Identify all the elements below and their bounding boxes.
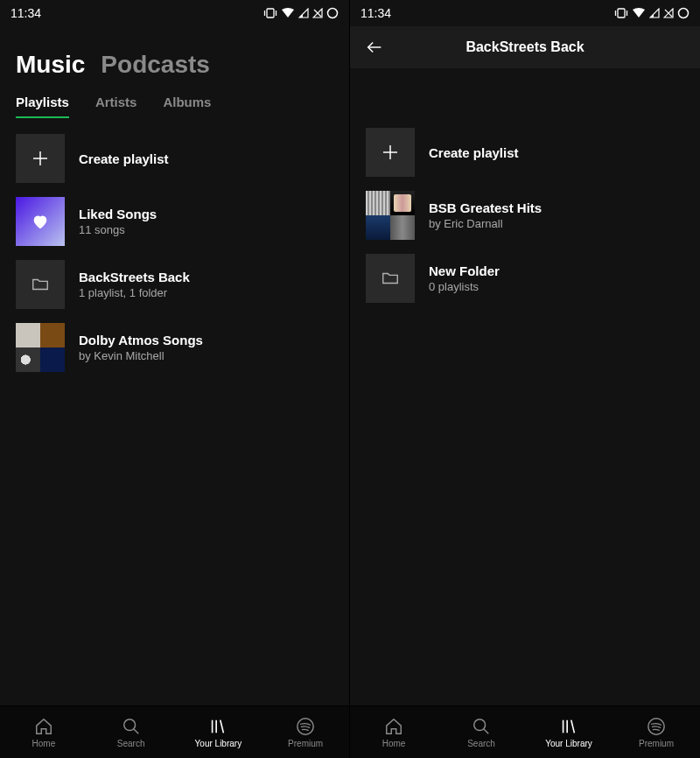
row-sub: by Kevin Mitchell	[79, 349, 203, 362]
home-icon	[34, 717, 53, 736]
row-playlist-bsb[interactable]: BSB Greatest Hits by Eric Darnall	[350, 184, 700, 247]
row-title: Create playlist	[429, 145, 519, 160]
nav-home[interactable]: Home	[0, 706, 88, 758]
row-title: Liked Songs	[79, 207, 157, 221]
row-text: Liked Songs 11 songs	[79, 207, 157, 236]
folder-icon	[366, 254, 415, 303]
nav-label: Premium	[288, 739, 323, 748]
circle-icon	[326, 7, 339, 19]
svg-point-21	[474, 719, 486, 730]
row-text: Create playlist	[429, 145, 519, 160]
signal-1-icon	[298, 8, 309, 18]
row-text: BSB Greatest Hits by Eric Darnall	[429, 200, 542, 230]
playlist-cover	[16, 323, 65, 372]
row-liked-songs[interactable]: Liked Songs 11 songs	[0, 190, 349, 253]
nav-premium[interactable]: Premium	[612, 706, 700, 758]
nav-label: Home	[32, 739, 56, 748]
back-button[interactable]	[362, 35, 387, 60]
nav-premium[interactable]: Premium	[262, 706, 349, 758]
nav-search[interactable]: Search	[438, 706, 525, 758]
nav-label: Your Library	[545, 739, 592, 748]
nav-label: Search	[117, 739, 145, 748]
search-icon	[472, 717, 491, 736]
spotify-icon	[296, 717, 315, 736]
top-tabs: Music Podcasts	[0, 26, 349, 95]
screen-library: 11:34 Music Podcasts Playlists Artists A…	[0, 0, 350, 758]
svg-point-17	[679, 9, 689, 18]
subtab-playlists[interactable]: Playlists	[16, 95, 69, 118]
wifi-icon	[632, 8, 646, 18]
svg-line-11	[220, 719, 224, 733]
nav-library[interactable]: Your Library	[175, 706, 262, 758]
svg-rect-13	[618, 9, 625, 18]
row-text: Dolby Atmos Songs by Kevin Mitchell	[79, 333, 203, 362]
folder-title: BackStreets Back	[350, 39, 700, 55]
folder-icon	[16, 260, 65, 309]
status-time: 11:34	[10, 6, 41, 20]
subtab-albums[interactable]: Albums	[163, 95, 211, 118]
nav-home[interactable]: Home	[350, 706, 438, 758]
row-sub: by Eric Darnall	[429, 217, 542, 230]
library-icon	[559, 717, 578, 736]
row-sub: 0 playlists	[429, 280, 500, 293]
row-playlist-dolby[interactable]: Dolby Atmos Songs by Kevin Mitchell	[0, 316, 349, 379]
arrow-left-icon	[365, 38, 384, 57]
row-title: New Folder	[429, 263, 500, 278]
sub-tabs: Playlists Artists Albums	[0, 95, 349, 127]
status-icons	[614, 7, 690, 19]
heart-icon	[16, 197, 65, 246]
plus-icon	[366, 128, 415, 177]
search-icon	[122, 717, 141, 736]
svg-line-25	[571, 719, 575, 733]
nav-label: Your Library	[195, 739, 242, 748]
svg-rect-0	[267, 9, 274, 18]
row-title: Dolby Atmos Songs	[79, 333, 203, 347]
status-icons	[263, 7, 339, 19]
row-title: BSB Greatest Hits	[429, 200, 542, 215]
nav-library[interactable]: Your Library	[525, 706, 612, 758]
row-create-playlist[interactable]: Create playlist	[350, 121, 700, 184]
row-title: Create playlist	[79, 151, 169, 166]
nav-search[interactable]: Search	[88, 706, 175, 758]
plus-icon	[16, 134, 65, 183]
row-text: New Folder 0 playlists	[429, 263, 500, 293]
folder-header: BackStreets Back	[350, 26, 700, 68]
playlist-cover	[366, 191, 415, 240]
row-title: BackStreets Back	[79, 270, 190, 284]
tab-podcasts[interactable]: Podcasts	[101, 51, 210, 79]
nav-label: Home	[382, 739, 406, 748]
row-sub: 11 songs	[79, 223, 157, 236]
signal-2-icon	[312, 8, 323, 18]
status-bar: 11:34	[350, 0, 700, 26]
signal-1-icon	[649, 8, 660, 18]
row-create-playlist[interactable]: Create playlist	[0, 127, 349, 190]
vibrate-icon	[614, 7, 628, 19]
vibrate-icon	[263, 7, 277, 19]
screen-folder: 11:34 BackStreets Back Create playlist	[350, 0, 700, 758]
svg-point-7	[123, 719, 135, 730]
row-text: Create playlist	[79, 151, 169, 166]
svg-line-8	[133, 728, 138, 733]
tab-music[interactable]: Music	[16, 51, 85, 79]
bottom-nav: Home Search Your Library Premium	[0, 705, 349, 758]
status-bar: 11:34	[0, 0, 349, 26]
row-text: BackStreets Back 1 playlist, 1 folder	[79, 270, 190, 299]
signal-2-icon	[663, 8, 674, 18]
nav-label: Search	[467, 739, 495, 748]
nav-label: Premium	[639, 739, 674, 748]
bottom-nav: Home Search Your Library Premium	[350, 705, 700, 758]
row-sub: 1 playlist, 1 folder	[79, 286, 190, 299]
row-folder-backstreets[interactable]: BackStreets Back 1 playlist, 1 folder	[0, 253, 349, 316]
spotify-icon	[647, 717, 666, 736]
home-icon	[384, 717, 403, 736]
wifi-icon	[281, 8, 295, 18]
library-icon	[208, 717, 228, 736]
svg-line-22	[484, 728, 489, 733]
svg-point-4	[328, 9, 338, 18]
folder-content: Create playlist BSB Greatest Hits by Eri…	[350, 68, 700, 310]
circle-icon	[677, 7, 690, 19]
row-folder-new[interactable]: New Folder 0 playlists	[350, 247, 700, 310]
status-time: 11:34	[360, 6, 391, 20]
subtab-artists[interactable]: Artists	[95, 95, 137, 118]
